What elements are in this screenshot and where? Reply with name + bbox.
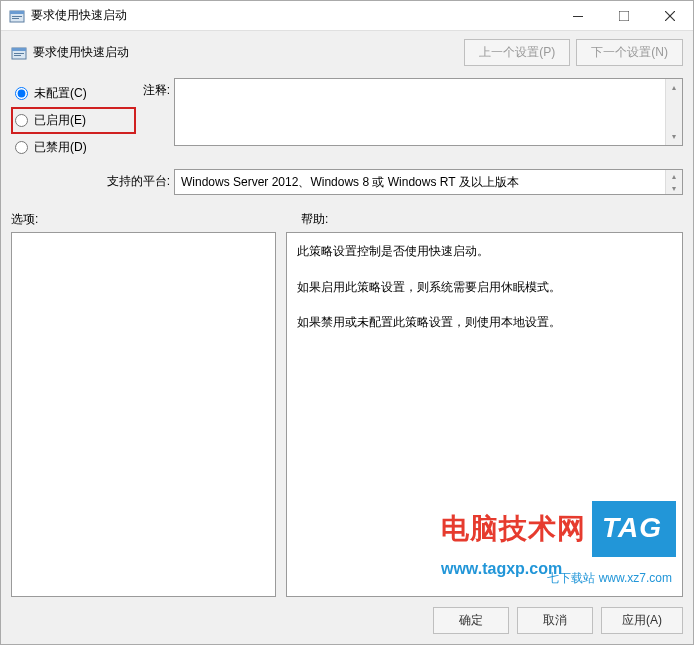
policy-title: 要求使用快速启动 bbox=[33, 44, 464, 61]
close-button[interactable] bbox=[647, 1, 693, 31]
watermark-url: www.tagxp.com bbox=[441, 555, 676, 584]
help-paragraph-3: 如果禁用或未配置此策略设置，则使用本地设置。 bbox=[297, 312, 672, 334]
platform-label: 支持的平台: bbox=[11, 169, 174, 195]
window-title: 要求使用快速启动 bbox=[31, 7, 555, 24]
radio-enabled[interactable]: 已启用(E) bbox=[11, 107, 136, 134]
radio-not-configured-label: 未配置(C) bbox=[34, 85, 87, 102]
config-row: 未配置(C) 已启用(E) 已禁用(D) 注释: ▴ ▾ bbox=[11, 78, 683, 161]
policy-editor-window: 要求使用快速启动 要求使用快速启动 bbox=[0, 0, 694, 645]
svg-rect-11 bbox=[14, 55, 21, 56]
scroll-down-icon[interactable]: ▾ bbox=[666, 128, 682, 145]
footer-buttons: 确定 取消 应用(A) bbox=[11, 597, 683, 634]
svg-rect-2 bbox=[12, 16, 22, 17]
policy-icon bbox=[11, 45, 27, 61]
panel-labels: 选项: 帮助: bbox=[11, 211, 683, 228]
radio-not-configured[interactable]: 未配置(C) bbox=[11, 80, 136, 107]
maximize-button[interactable] bbox=[601, 1, 647, 31]
help-panel: 此策略设置控制是否使用快速启动。 如果启用此策略设置，则系统需要启用休眠模式。 … bbox=[286, 232, 683, 597]
platform-scrollbar[interactable]: ▴ ▾ bbox=[665, 170, 682, 194]
scroll-up-icon[interactable]: ▴ bbox=[666, 79, 682, 96]
next-setting-button[interactable]: 下一个设置(N) bbox=[576, 39, 683, 66]
scroll-up-icon[interactable]: ▴ bbox=[666, 170, 682, 182]
platform-row: 支持的平台: Windows Server 2012、Windows 8 或 W… bbox=[11, 169, 683, 195]
help-paragraph-2: 如果启用此策略设置，则系统需要启用休眠模式。 bbox=[297, 277, 672, 299]
header-row: 要求使用快速启动 上一个设置(P) 下一个设置(N) bbox=[11, 39, 683, 66]
scroll-down-icon[interactable]: ▾ bbox=[666, 182, 682, 194]
prev-setting-button[interactable]: 上一个设置(P) bbox=[464, 39, 570, 66]
radio-disabled-label: 已禁用(D) bbox=[34, 139, 87, 156]
platform-value: Windows Server 2012、Windows 8 或 Windows … bbox=[181, 175, 519, 189]
options-panel bbox=[11, 232, 276, 597]
svg-rect-5 bbox=[619, 11, 629, 21]
radio-enabled-input[interactable] bbox=[15, 114, 28, 127]
cancel-button[interactable]: 取消 bbox=[517, 607, 593, 634]
comment-label: 注释: bbox=[136, 78, 174, 161]
help-label: 帮助: bbox=[301, 211, 328, 228]
titlebar: 要求使用快速启动 bbox=[1, 1, 693, 31]
platform-text: Windows Server 2012、Windows 8 或 Windows … bbox=[174, 169, 683, 195]
state-radio-group: 未配置(C) 已启用(E) 已禁用(D) bbox=[11, 78, 136, 161]
radio-disabled[interactable]: 已禁用(D) bbox=[11, 134, 136, 161]
help-paragraph-1: 此策略设置控制是否使用快速启动。 bbox=[297, 241, 672, 263]
options-label: 选项: bbox=[11, 211, 301, 228]
svg-rect-4 bbox=[573, 16, 583, 17]
minimize-button[interactable] bbox=[555, 1, 601, 31]
watermark-sub-text: 七下载站 bbox=[547, 571, 595, 585]
comment-scrollbar[interactable]: ▴ ▾ bbox=[665, 79, 682, 145]
window-icon bbox=[9, 8, 25, 24]
window-controls bbox=[555, 1, 693, 31]
watermark-tag: TAG bbox=[592, 501, 676, 557]
panels-row: 此策略设置控制是否使用快速启动。 如果启用此策略设置，则系统需要启用休眠模式。 … bbox=[11, 232, 683, 597]
radio-disabled-input[interactable] bbox=[15, 141, 28, 154]
svg-rect-10 bbox=[14, 53, 24, 54]
nav-buttons: 上一个设置(P) 下一个设置(N) bbox=[464, 39, 683, 66]
comment-textarea[interactable]: ▴ ▾ bbox=[174, 78, 683, 146]
apply-button[interactable]: 应用(A) bbox=[601, 607, 683, 634]
svg-rect-3 bbox=[12, 18, 19, 19]
svg-rect-9 bbox=[12, 48, 26, 51]
ok-button[interactable]: 确定 bbox=[433, 607, 509, 634]
watermark: 电脑技术网 TAG www.tagxp.com 七下载站 www.xz7.com bbox=[441, 501, 676, 584]
svg-rect-1 bbox=[10, 11, 24, 14]
radio-not-configured-input[interactable] bbox=[15, 87, 28, 100]
client-area: 要求使用快速启动 上一个设置(P) 下一个设置(N) 未配置(C) 已启用(E)… bbox=[1, 31, 693, 644]
watermark-sub-url: www.xz7.com bbox=[599, 571, 672, 585]
watermark-brand: 电脑技术网 bbox=[441, 504, 586, 554]
radio-enabled-label: 已启用(E) bbox=[34, 112, 86, 129]
